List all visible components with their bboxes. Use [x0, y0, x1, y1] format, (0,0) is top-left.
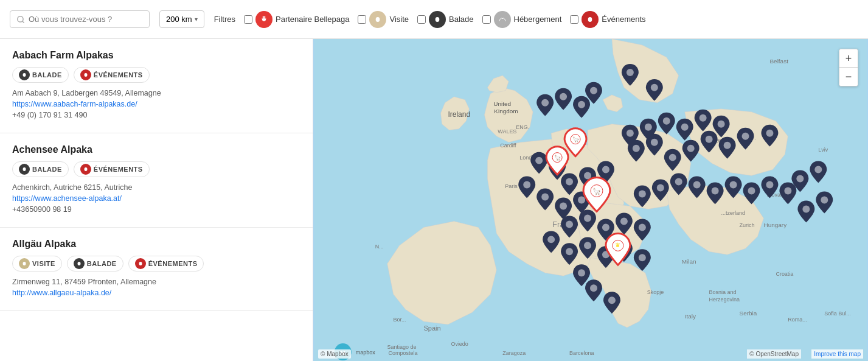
distance-value: 200 km: [166, 15, 192, 24]
listing-card: Allgäu Alpaka VISITE BALADE: [0, 228, 313, 311]
svg-point-3: [262, 17, 263, 19]
map-svg: Ireland United Kingdom WALES ENG. Cardif…: [313, 39, 868, 361]
search-icon: [16, 15, 25, 24]
svg-point-2: [262, 16, 266, 21]
map-container[interactable]: Ireland United Kingdom WALES ENG. Cardif…: [313, 39, 868, 361]
listing-address: Achenkirch, Autriche 6215, Autriche: [12, 183, 300, 192]
svg-point-63: [651, 139, 658, 146]
svg-text:Kingdom: Kingdom: [494, 108, 518, 114]
listing-address: Zirmenweg 11, 87459 Pfronten, Allemagne: [12, 278, 300, 286]
svg-text:Ireland: Ireland: [448, 110, 470, 119]
filter-visite-label: Visite: [389, 15, 409, 24]
visite-icon: [369, 11, 386, 28]
svg-point-83: [693, 181, 701, 189]
badge-row: BALADE ÉVÉNEMENTS: [12, 67, 300, 83]
svg-point-104: [814, 166, 822, 173]
badge-evenements: ÉVÉNEMENTS: [74, 67, 150, 83]
filter-evenements-label: Événements: [602, 15, 645, 24]
svg-point-51: [560, 93, 567, 100]
svg-point-54: [627, 69, 634, 76]
svg-point-94: [547, 236, 555, 243]
svg-text:Serbia: Serbia: [740, 310, 757, 317]
evenements-badge-icon: [135, 258, 146, 269]
listing-card: Achensee Alpaka BALADE ÉVÉNEMENTS Achenk…: [0, 133, 313, 228]
filter-visite[interactable]: Visite: [358, 11, 409, 28]
filters-label: Filtres: [214, 15, 235, 24]
svg-text:N...: N...: [375, 244, 384, 250]
filter-visite-checkbox[interactable]: [358, 15, 366, 24]
badge-evenements: ÉVÉNEMENTS: [128, 256, 204, 272]
svg-point-99: [639, 254, 646, 261]
svg-point-74: [602, 166, 609, 173]
distance-select[interactable]: 200 km ▾: [159, 10, 204, 28]
svg-point-53: [590, 87, 597, 94]
svg-text:Barcelona: Barcelona: [569, 350, 594, 356]
listing-phone: +49 (0) 170 91 31 490: [12, 111, 300, 119]
filter-balade[interactable]: Balade: [417, 11, 473, 28]
svg-point-67: [724, 142, 731, 149]
svg-text:WALES: WALES: [498, 128, 516, 135]
sidebar: Aabach Farm Alpakas BALADE ÉVÉNEMENTS Am…: [0, 39, 313, 361]
balade-badge-icon: [19, 164, 30, 175]
improve-link[interactable]: Improve this map: [811, 349, 863, 359]
evenements-badge-icon: [80, 164, 91, 175]
zoom-in-button[interactable]: +: [839, 49, 858, 68]
evenements-badge-icon: [80, 69, 91, 80]
zoom-out-button[interactable]: −: [839, 68, 858, 86]
svg-point-11: [84, 167, 87, 171]
listing-url[interactable]: https://www.aabach-farm-alpakas.de/: [12, 100, 300, 108]
svg-text:Hungary: Hungary: [763, 222, 786, 228]
svg-point-52: [578, 101, 585, 108]
filter-partenaire[interactable]: Partenaire Bellepaga: [244, 11, 349, 28]
svg-point-5: [376, 17, 380, 22]
svg-point-85: [730, 181, 737, 189]
filter-evenements[interactable]: Événements: [570, 11, 645, 28]
filter-balade-checkbox[interactable]: [417, 15, 426, 24]
svg-point-96: [584, 242, 591, 249]
svg-point-70: [535, 157, 543, 164]
svg-point-13: [77, 262, 80, 265]
svg-text:Skopje: Skopje: [647, 289, 664, 295]
svg-text:🦙: 🦙: [592, 187, 601, 195]
listing-address: Am Aabach 9, Ladbergen 49549, Allemagne: [12, 89, 300, 97]
filter-hebergement-label: Hébergement: [514, 15, 562, 24]
search-container[interactable]: [10, 10, 150, 28]
svg-point-55: [651, 84, 658, 91]
svg-point-77: [560, 202, 567, 209]
listing-phone: +43650900 98 19: [12, 205, 300, 214]
svg-point-58: [663, 117, 670, 125]
balade-icon: [429, 11, 446, 28]
svg-point-72: [566, 178, 573, 186]
search-input[interactable]: [29, 15, 143, 24]
svg-point-64: [669, 154, 676, 161]
svg-text:Cardiff: Cardiff: [500, 142, 516, 149]
filter-hebergement[interactable]: Hébergement: [482, 11, 562, 28]
svg-point-7: [588, 17, 592, 22]
svg-point-100: [578, 269, 585, 276]
svg-point-59: [681, 124, 689, 131]
evenements-icon: [582, 11, 599, 28]
svg-point-87: [766, 181, 773, 189]
svg-text:Zaragoza: Zaragoza: [502, 350, 526, 356]
filter-partenaire-checkbox[interactable]: [244, 15, 252, 24]
listing-url[interactable]: http://www.allgaeu-alpaka.de/: [12, 289, 300, 297]
svg-text:Sofia  Bul...: Sofia Bul...: [824, 310, 850, 317]
visite-badge-icon: [19, 258, 30, 269]
filter-evenements-checkbox[interactable]: [570, 15, 578, 24]
svg-text:Lviv: Lviv: [818, 147, 828, 153]
svg-text:Belfast: Belfast: [769, 58, 788, 65]
filter-hebergement-checkbox[interactable]: [482, 15, 491, 24]
svg-point-78: [578, 197, 585, 204]
svg-text:♛: ♛: [615, 242, 620, 248]
partenaire-icon: [255, 11, 273, 28]
svg-point-65: [687, 145, 695, 152]
svg-text:Bor...: Bor...: [394, 317, 406, 323]
listing-url[interactable]: https://www.achensee-alpaka.at/: [12, 194, 300, 203]
svg-text:Oviedo: Oviedo: [451, 341, 468, 347]
balade-badge-icon: [74, 258, 85, 269]
svg-point-8: [23, 73, 26, 77]
svg-text:Santiago de: Santiago de: [387, 344, 417, 350]
svg-text:mapbox: mapbox: [356, 349, 375, 356]
svg-point-106: [821, 197, 828, 204]
listing-name: Achensee Alpaka: [12, 144, 300, 155]
